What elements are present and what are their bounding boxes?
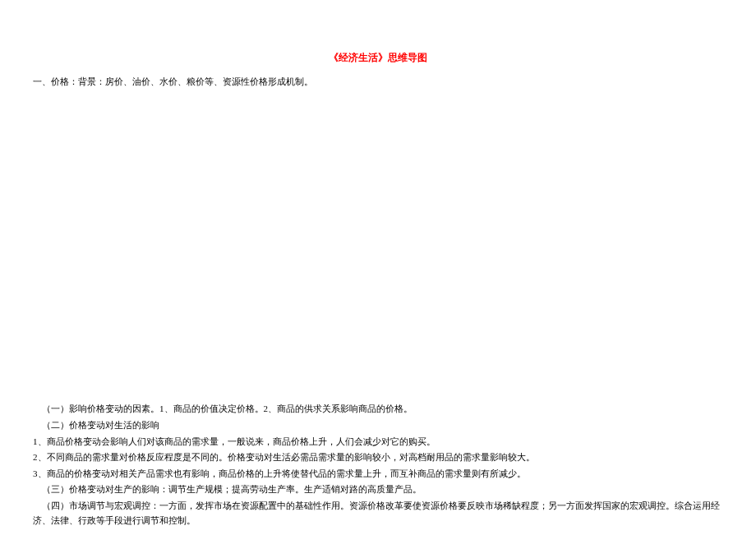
- content-line-6: （三）价格变动对生产的影响：调节生产规模；提高劳动生产率。生产适销对路的高质量产…: [33, 482, 723, 497]
- content-line-1: （一）影响价格变动的因素。1、商品的价值决定价格。2、商品的供求关系影响商品的价…: [33, 402, 723, 417]
- content-block: （一）影响价格变动的因素。1、商品的价值决定价格。2、商品的供求关系影响商品的价…: [33, 402, 723, 528]
- content-line-5: 3、商品的价格变动对相关产品需求也有影响，商品价格的上升将使替代品的需求量上升，…: [33, 467, 723, 482]
- content-line-4: 2、不同商品的需求量对价格反应程度是不同的。价格变动对生活必需品需求量的影响较小…: [33, 450, 723, 465]
- content-line-3: 1、商品价格变动会影响人们对该商品的需求量，一般说来，商品价格上升，人们会减少对…: [33, 435, 723, 450]
- content-line-7: （四）市场调节与宏观调控：一方面，发挥市场在资源配置中的基础性作用。资源价格改革…: [33, 499, 723, 528]
- page-title: 《经济生活》思维导图: [33, 49, 723, 67]
- content-line-2: （二）价格变动对生活的影响: [33, 418, 723, 433]
- section-header: 一、价格：背景：房价、油价、水价、粮价等、资源性价格形成机制。: [33, 74, 723, 90]
